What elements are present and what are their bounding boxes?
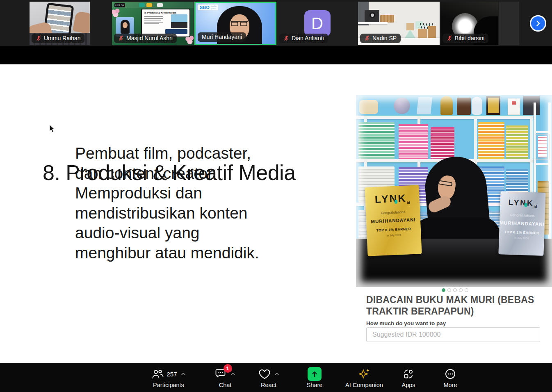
slide-body-text: Pembuat film, podcaster, dan content cre…: [75, 144, 259, 263]
share-label: Share: [307, 382, 323, 388]
ai-companion-label: AI Companion: [345, 382, 383, 388]
participant-name: Masjid Nurul Ashri: [126, 35, 173, 41]
meeting-toolbar: 257 Participants 1 Chat React: [0, 363, 552, 392]
product-title: DIBACAIN BUKU MAK MURI (BEBAS TRAKTIR BE…: [366, 294, 534, 317]
chevron-up-icon[interactable]: [230, 372, 235, 376]
participant-name-pill: Nadin SP: [360, 34, 401, 43]
video-tile-partial: [499, 2, 519, 45]
mini-slide-title: 8. Produksi & Kreatif Media: [144, 11, 188, 14]
video-tile-bibit-darsini[interactable]: Bibit darsini: [440, 2, 498, 45]
sbo-logo: SBOmediagroup: [198, 5, 218, 10]
participant-name-pill: Muri Handayani: [198, 32, 246, 42]
pay-amount-input[interactable]: [366, 327, 540, 342]
participant-name: Nadin SP: [372, 35, 397, 41]
gold-plaque: LYNKid Congratulations MURIHANDAYANI TOP…: [365, 185, 422, 256]
video-tile-muri-handayani-active[interactable]: SBOmediagroup Muri Handayani: [194, 2, 276, 45]
plaque-name: MURIHANDAYANI: [500, 220, 545, 227]
pay-amount-label: How much do you want to pay: [366, 320, 446, 326]
hand-photo: [73, 11, 90, 34]
poster: [536, 134, 550, 160]
video-tile-masjid-nurul-ashri[interactable]: LIVE ON 8. Produksi & Kreatif Media Masj…: [112, 2, 194, 45]
dark-frame: [523, 96, 540, 115]
gold-trophy: [440, 96, 453, 115]
stream-logo: [139, 3, 145, 7]
video-tile-nadin-sp[interactable]: Nadin SP: [358, 2, 440, 45]
participant-name-pill: Bibit darsini: [443, 34, 488, 43]
white-award: [508, 98, 520, 115]
mic-off-icon: [36, 35, 41, 41]
plaque-date: in July 2024: [367, 232, 421, 238]
more-label: More: [443, 382, 457, 388]
glass-trophy: [417, 97, 432, 114]
carousel-dots[interactable]: [442, 288, 468, 292]
flower-decoration: [112, 8, 121, 17]
lynk-logo: LYNKid: [374, 192, 410, 206]
book-stack: [358, 122, 395, 159]
mic-off-icon: [447, 35, 452, 41]
participant-name: Ummu Raihan: [44, 35, 80, 41]
silver-plaque: LYNKid Congratulations MURIHANDAYANI TOP…: [498, 191, 545, 256]
shelf-board: [358, 22, 388, 24]
video-tile-dian-arifianti[interactable]: D Dian Arifianti: [277, 2, 357, 45]
live-on-badge: LIVE ON: [114, 3, 125, 7]
share-screen-icon: [308, 367, 322, 381]
heart-icon: [258, 369, 271, 380]
carousel-dot[interactable]: [453, 288, 457, 292]
mini-slide: 8. Produksi & Kreatif Media: [141, 9, 190, 37]
book-stack: [478, 122, 504, 159]
creator-photo: LYNKid Congratulations MURIHANDAYANI TOP…: [356, 95, 552, 287]
chevron-right-icon: [535, 20, 541, 27]
plaque-congrats: Congratulations: [366, 209, 420, 216]
shelf-board: [356, 116, 533, 119]
stream-logo: [157, 3, 163, 7]
chevron-up-icon[interactable]: [181, 372, 186, 376]
basket-photo: [380, 15, 394, 23]
video-tile-ummu-raihan[interactable]: Ummu Raihan: [30, 2, 90, 45]
apps-label: Apps: [401, 382, 415, 388]
wood-plaque-trophy: [457, 98, 471, 115]
participant-name-pill: Masjid Nurul Ashri: [114, 34, 177, 43]
participants-count: 257: [167, 371, 177, 378]
more-button[interactable]: More: [422, 363, 479, 392]
carousel-dot[interactable]: [459, 288, 463, 292]
mouse-cursor: [49, 124, 56, 133]
ladder-rung: [534, 163, 551, 165]
participant-name-pill: Dian Arifianti: [279, 34, 328, 43]
plaque-award: TOP 0.1% EARNER: [499, 230, 544, 235]
stream-logo: [146, 3, 152, 7]
mini-slide-photo: [171, 14, 187, 28]
cork-box: [428, 26, 436, 39]
chat-label: Chat: [219, 382, 232, 388]
book-stack: [431, 127, 454, 159]
participants-icon: [151, 369, 164, 379]
participant-name: Bibit darsini: [455, 35, 484, 41]
carousel-dot-active[interactable]: [442, 288, 445, 292]
carousel-dot[interactable]: [465, 288, 468, 292]
plaque-award: TOP 0.1% EARNER: [367, 226, 421, 233]
glass-trophy: [472, 97, 482, 115]
chat-unread-badge: 1: [224, 364, 232, 373]
shared-screen: 8. Produksi & Kreatif Media Pembuat film…: [0, 64, 552, 363]
participant-name-pill: Ummu Raihan: [32, 34, 84, 43]
camera-lens: [370, 12, 375, 18]
book-stack: [506, 125, 528, 159]
mic-off-icon: [283, 35, 289, 41]
next-participants-button[interactable]: [530, 15, 546, 32]
participant-name: Dian Arifianti: [292, 35, 324, 41]
participants-label: Participants: [153, 382, 184, 388]
share-button[interactable]: Share: [286, 363, 343, 392]
ladder-rung: [534, 131, 551, 133]
plaque-name: MURIHANDAYANI: [366, 217, 420, 224]
mic-off-icon: [118, 35, 124, 41]
participants-button[interactable]: 257 Participants: [140, 363, 197, 392]
carousel-dot[interactable]: [447, 288, 451, 292]
book-stack: [399, 124, 428, 159]
avatar: D: [304, 10, 331, 36]
react-label: React: [261, 382, 276, 388]
mic-off-icon: [364, 35, 370, 41]
chevron-up-icon[interactable]: [274, 372, 279, 376]
globe-trophy: [394, 98, 410, 114]
plaque-congrats: Congratulations: [500, 212, 545, 218]
lynk-logo: LYNKid: [508, 198, 537, 209]
framed-gold-trophy: [486, 96, 500, 115]
